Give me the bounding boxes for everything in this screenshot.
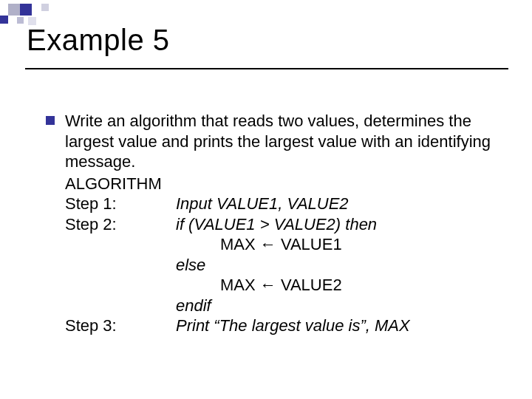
step-3: Step 3: Print “The largest value is”, MA… [65,316,502,336]
step-text: MAX ← VALUE1 [176,234,502,255]
step-label-empty [65,255,176,276]
step-2-branch: MAX ← VALUE1 [65,234,502,255]
step-text: MAX ← VALUE2 [176,275,502,296]
square-icon [20,4,32,16]
slide: Example 5 Write an algorithm that reads … [0,0,532,399]
algorithm-heading: ALGORITHM [65,174,502,194]
bullet-item: Write an algorithm that reads two values… [46,111,502,172]
slide-body: Write an algorithm that reads two values… [46,111,502,336]
square-icon [41,4,49,11]
step-label-empty [65,275,176,296]
step-label: Step 2: [65,214,176,235]
step-label: Step 1: [65,194,176,214]
step-2: Step 2: if (VALUE1 > VALUE2) then [65,214,502,235]
bullet-icon [46,116,55,125]
slide-title: Example 5 [27,24,169,57]
step-text: Input VALUE1, VALUE2 [176,194,502,214]
step-text: else [176,255,502,276]
bullet-text: Write an algorithm that reads two values… [65,111,502,172]
step-label: Step 3: [65,316,176,336]
step-1: Step 1: Input VALUE1, VALUE2 [65,194,502,214]
step-text: Print “The largest value is”, MAX [176,316,502,336]
title-underline [25,68,508,69]
step-2-branch: MAX ← VALUE2 [65,275,502,296]
step-text: if (VALUE1 > VALUE2) then [176,214,502,235]
square-icon [17,17,24,24]
square-icon [8,4,20,16]
square-icon [0,16,8,24]
step-2-else: else [65,255,502,276]
step-label-empty [65,296,176,316]
step-label-empty [65,234,176,255]
step-text: endif [176,296,502,316]
step-2-endif: endif [65,296,502,316]
